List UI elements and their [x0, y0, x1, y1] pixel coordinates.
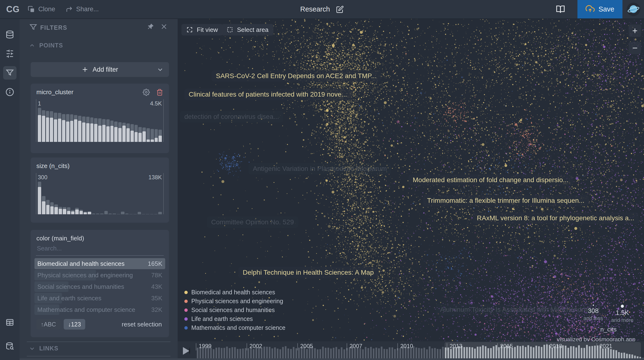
histogram-bar[interactable] — [67, 182, 70, 214]
histogram-bar[interactable] — [108, 182, 112, 214]
histogram-bar[interactable] — [38, 108, 41, 142]
points-section-toggle[interactable]: POINTS — [29, 42, 63, 49]
histogram-bar[interactable] — [114, 108, 118, 142]
add-filter-button[interactable]: Add filter — [31, 62, 169, 77]
histogram-bar[interactable] — [117, 182, 120, 214]
histogram-bar[interactable] — [142, 182, 145, 214]
histogram-bar[interactable] — [94, 108, 98, 142]
node-label[interactable]: RAxML version 8: a tool for phylogenetic… — [472, 212, 638, 224]
zoom-in-button[interactable]: + — [629, 25, 641, 37]
node-label[interactable]: Antigenic Variation in Plasmodium falcip… — [248, 163, 391, 174]
histogram-bar[interactable] — [106, 108, 110, 142]
node-label[interactable]: Aluminum Toxicity Is Associated with Mit… — [436, 304, 600, 315]
histogram-bars[interactable] — [38, 182, 162, 214]
pin-panel-button[interactable] — [146, 23, 156, 31]
rail-table-button[interactable] — [3, 316, 16, 329]
save-button[interactable]: Save — [578, 0, 622, 19]
histogram-bar[interactable] — [50, 108, 53, 142]
fit-view-button[interactable]: Fit view — [182, 24, 223, 36]
histogram-bar[interactable] — [86, 108, 90, 142]
histogram-bar[interactable] — [46, 182, 50, 214]
category-row[interactable]: Biomedical and health sciences165K — [34, 258, 165, 269]
histogram-bars[interactable] — [38, 108, 162, 142]
sort-alphabetical-button[interactable]: ↑ABC — [36, 319, 60, 329]
histogram-bar[interactable] — [134, 108, 138, 142]
histogram-bar[interactable] — [66, 108, 70, 142]
filter-delete-button[interactable] — [156, 89, 163, 96]
share-button[interactable]: Share... — [64, 0, 100, 19]
timeline[interactable]: 199920022005200720102013201520182021 — [178, 341, 644, 360]
histogram-bar[interactable] — [54, 182, 58, 214]
links-section-toggle[interactable]: LINKS — [29, 345, 58, 352]
histogram-bar[interactable] — [126, 108, 130, 142]
node-label[interactable]: Committee Opinion No. 529 — [207, 217, 298, 228]
histogram-bar[interactable] — [158, 182, 162, 214]
histogram-bar[interactable] — [54, 108, 57, 142]
filter-settings-button[interactable] — [143, 89, 150, 96]
histogram-bar[interactable] — [142, 108, 146, 142]
histogram-bar[interactable] — [70, 108, 74, 142]
rename-button[interactable] — [336, 6, 344, 13]
app-logo[interactable]: CG — [6, 4, 20, 14]
category-row[interactable]: Social sciences and humanities43K — [34, 281, 165, 292]
rail-settings-button[interactable] — [3, 47, 16, 60]
category-search-input[interactable] — [36, 245, 162, 252]
histogram-bar[interactable] — [121, 182, 124, 214]
histogram-bar[interactable] — [100, 182, 104, 214]
reset-selection-button[interactable]: reset selection — [120, 320, 163, 328]
histogram-bar[interactable] — [62, 108, 65, 142]
histogram-bar[interactable] — [38, 182, 41, 214]
docs-button[interactable] — [554, 5, 566, 14]
histogram-bar[interactable] — [155, 108, 158, 142]
histogram-bar[interactable] — [46, 108, 49, 142]
category-row[interactable]: Mathematics and computer science32K — [34, 304, 165, 315]
histogram-bar[interactable] — [84, 182, 87, 214]
user-avatar[interactable] — [627, 3, 640, 16]
histogram-bar[interactable] — [71, 182, 74, 214]
histogram-bar[interactable] — [90, 108, 94, 142]
histogram-bar[interactable] — [88, 182, 91, 214]
category-row[interactable]: Life and earth sciences35K — [34, 293, 165, 304]
histogram-bar[interactable] — [96, 182, 99, 214]
histogram-bar[interactable] — [102, 108, 106, 142]
histogram-bar[interactable] — [78, 108, 82, 142]
node-label[interactable]: Trimmomatic: a flexible trimmer for Illu… — [423, 195, 589, 206]
sort-numeric-button[interactable]: ↓123 — [64, 319, 85, 329]
close-panel-button[interactable] — [159, 23, 169, 31]
histogram-bar[interactable] — [146, 108, 150, 142]
timeline-selection[interactable] — [444, 342, 641, 359]
histogram-bar[interactable] — [82, 108, 86, 142]
histogram[interactable]: 300 138K — [36, 173, 164, 214]
histogram-bar[interactable] — [158, 108, 162, 142]
histogram-bar[interactable] — [112, 182, 116, 214]
histogram-bar[interactable] — [80, 182, 83, 214]
rail-data-explorer-button[interactable] — [3, 340, 16, 353]
histogram-bar[interactable] — [118, 108, 122, 142]
histogram-bar[interactable] — [129, 182, 133, 214]
histogram-bar[interactable] — [58, 108, 61, 142]
histogram-bar[interactable] — [98, 108, 102, 142]
histogram-bar[interactable] — [146, 182, 149, 214]
rail-filters-button[interactable] — [3, 66, 16, 80]
histogram-bar[interactable] — [74, 108, 77, 142]
histogram-bar[interactable] — [104, 182, 108, 214]
histogram-bar[interactable] — [122, 108, 126, 142]
play-button[interactable] — [183, 347, 190, 355]
histogram-bar[interactable] — [154, 182, 158, 214]
rail-data-button[interactable] — [3, 28, 16, 41]
node-label[interactable]: Delphi Technique in Health Sciences: A M… — [238, 267, 378, 278]
histogram-bar[interactable] — [138, 108, 142, 142]
histogram-bar[interactable] — [42, 182, 45, 214]
node-label[interactable]: Moderated estimation of fold change and … — [408, 174, 573, 186]
clone-button[interactable]: Clone — [26, 0, 57, 19]
histogram-bar[interactable] — [110, 108, 114, 142]
histogram-bar[interactable] — [150, 182, 154, 214]
category-row[interactable]: Physical sciences and engineering78K — [34, 270, 165, 281]
histogram-bar[interactable] — [75, 182, 78, 214]
histogram-bar[interactable] — [59, 182, 62, 214]
histogram-bar[interactable] — [133, 182, 137, 214]
histogram-bar[interactable] — [42, 108, 45, 142]
rail-info-button[interactable] — [3, 85, 16, 99]
node-label[interactable]: Clinical features of patients infected w… — [184, 89, 352, 100]
histogram-bar[interactable] — [50, 182, 54, 214]
